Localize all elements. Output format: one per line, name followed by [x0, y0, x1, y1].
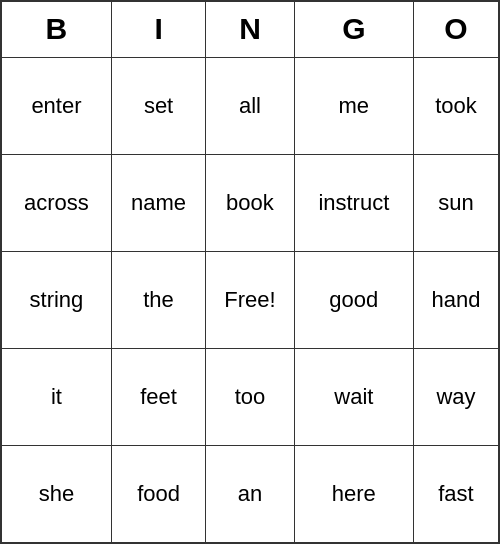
cell-r1-c0: across	[1, 154, 111, 251]
cell-r1-c4: sun	[413, 154, 499, 251]
table-row: entersetallmetook	[1, 57, 499, 154]
cell-r0-c2: all	[206, 57, 295, 154]
header-b: B	[1, 1, 111, 57]
cell-r0-c4: took	[413, 57, 499, 154]
header-i: I	[111, 1, 205, 57]
cell-r2-c4: hand	[413, 251, 499, 348]
bingo-board: B I N G O entersetallmetookacrossnameboo…	[0, 0, 500, 544]
cell-r0-c0: enter	[1, 57, 111, 154]
header-o: O	[413, 1, 499, 57]
header-g: G	[294, 1, 413, 57]
cell-r4-c1: food	[111, 446, 205, 543]
bingo-header-row: B I N G O	[1, 1, 499, 57]
cell-r4-c4: fast	[413, 446, 499, 543]
cell-r4-c3: here	[294, 446, 413, 543]
cell-r3-c0: it	[1, 349, 111, 446]
cell-r4-c0: she	[1, 446, 111, 543]
cell-r2-c0: string	[1, 251, 111, 348]
cell-r3-c2: too	[206, 349, 295, 446]
cell-r4-c2: an	[206, 446, 295, 543]
header-n: N	[206, 1, 295, 57]
cell-r1-c2: book	[206, 154, 295, 251]
cell-r2-c1: the	[111, 251, 205, 348]
cell-r2-c2: Free!	[206, 251, 295, 348]
cell-r1-c3: instruct	[294, 154, 413, 251]
table-row: shefoodanherefast	[1, 446, 499, 543]
cell-r0-c1: set	[111, 57, 205, 154]
table-row: stringtheFree!goodhand	[1, 251, 499, 348]
table-row: itfeettoowaitway	[1, 349, 499, 446]
cell-r3-c4: way	[413, 349, 499, 446]
cell-r3-c1: feet	[111, 349, 205, 446]
cell-r1-c1: name	[111, 154, 205, 251]
cell-r2-c3: good	[294, 251, 413, 348]
cell-r3-c3: wait	[294, 349, 413, 446]
table-row: acrossnamebookinstructsun	[1, 154, 499, 251]
cell-r0-c3: me	[294, 57, 413, 154]
